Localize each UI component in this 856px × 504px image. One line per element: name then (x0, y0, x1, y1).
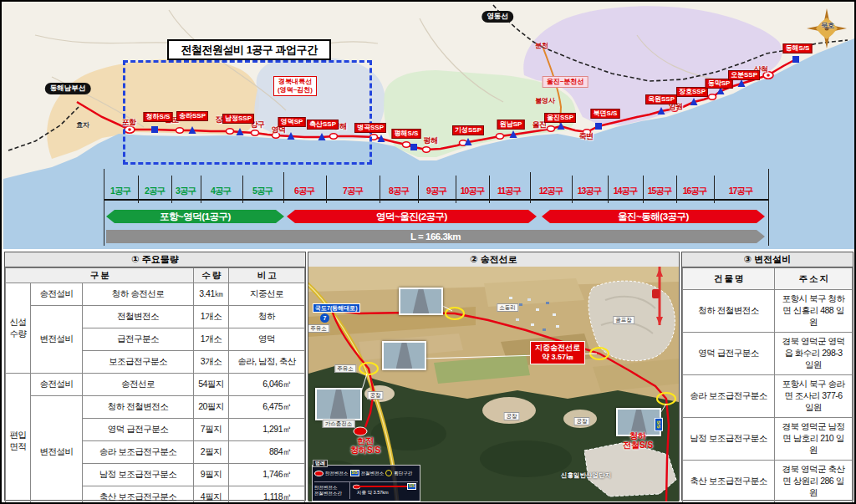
cell-address: 경북 영덕군 남정면 남호리 210 일원 (775, 418, 853, 461)
station-label: 포항 (122, 117, 136, 128)
rail-ss-label: 청하 전철S/S (623, 431, 653, 450)
cell-item: 급전구분소 (83, 328, 194, 351)
col-address: 주 소 지 (775, 268, 853, 290)
table-row: 신설 수량 송전설비 청하 송전선로 3.41㎞ 지중선로 (6, 283, 305, 306)
table-row: 편입 면적 송전설비 송전선로 54필지 6,046㎡ (6, 374, 305, 396)
legend-row1: 한전변전소 S/S 전철변전소 횡단구간 (314, 470, 418, 476)
place-mukho: 묵호 (821, 21, 834, 30)
facility-badge: 영덕SP (278, 117, 306, 127)
ruler-tick (456, 176, 456, 203)
cell-item: 축산 보조급전구분소 (83, 486, 194, 504)
facility-badge: 평해S/S (392, 129, 421, 139)
cell-qty: 9필지 (194, 464, 229, 486)
ruler-tick (138, 176, 139, 203)
cell-qty: 20필지 (194, 396, 229, 419)
facility-badge: 북면S/S (591, 109, 620, 119)
table-row: 변전설비 전철변전소 1개소 청하 (6, 306, 305, 328)
ruler-tick (714, 176, 715, 203)
section-label: 4공구 (211, 186, 231, 197)
rail-label-buncheon: 울진~분천선 (543, 76, 588, 88)
legend-title: 범례 (313, 460, 328, 467)
section-label: 16공구 (683, 186, 707, 197)
section-label: 12공구 (539, 186, 563, 197)
facility-badge: 송라SSP (176, 111, 208, 121)
legend-item-label: 전철변전소 (361, 471, 385, 476)
facility-badge: 기성SSP (452, 125, 484, 135)
place-hyoja: 효자 (76, 120, 89, 130)
ruler-tick (608, 176, 609, 203)
transmission-panel: ② 송전선로 (308, 252, 680, 501)
factory-label: 공장 (368, 391, 384, 400)
cell-address: 경북 영덕군 축산면 상원리 286 일원 (775, 461, 853, 503)
ruler-tick (572, 176, 573, 203)
table-row: 변전설비 청하 전철변전소 20필지 6,475㎡ (6, 396, 305, 419)
substation-table: 건 물 명 주 소 지 청하 전철변전소 포항시 북구 청하면 신흥리 488 … (682, 267, 853, 503)
ss-badge: S/S (655, 418, 663, 431)
section-label: 11공구 (497, 186, 521, 197)
cell-note: 1,291㎡ (229, 419, 305, 441)
ruler-baseline (104, 199, 769, 201)
rail-label-yeongdong: 영동선 (482, 11, 513, 23)
cell-item: 청하 송전선로 (83, 283, 194, 306)
quantities-table: 구 분 수 량 비 고 신설 수량 송전설비 청하 송전선로 3.41㎞ 지중선… (5, 267, 305, 504)
facility-badge: 청하S/S (144, 112, 173, 122)
cell-item: 남정 보조급전구분소 (83, 464, 194, 486)
cat-send: 송전설비 (31, 283, 83, 306)
place-buncheon: 분천 (535, 41, 548, 50)
section-label: 10공구 (461, 186, 485, 197)
facility-badge: 남정SSP (222, 114, 254, 124)
underground-line-callout: 지중송전선로 약 3.57㎞ (530, 341, 585, 364)
section-label: 13공구 (578, 186, 602, 197)
segment-bar-3: 울진~동해(3공구) (542, 210, 765, 223)
cell-note: 6,475㎡ (229, 396, 305, 419)
bottom-section: ① 주요물량 구 분 수 량 비 고 신설 수량 송전설비 청하 송전선로 3.… (2, 250, 854, 502)
facility-badge: 울진SSP (544, 113, 576, 123)
ruler-tick (171, 176, 172, 203)
group-new: 신설 수량 (6, 283, 31, 374)
substation-panel: ③ 변전설비 건 물 명 주 소 지 청하 전철변전소 포항시 북구 청하면 신… (681, 252, 853, 501)
facility-badge: 장호SSP (676, 87, 708, 97)
legend-line-sample: S/S 지중 약 3.57km (350, 482, 418, 499)
col-building: 건 물 명 (683, 268, 775, 290)
place-bulyeongsa: 불영사 (535, 96, 555, 105)
cell-building: 남정 보조급전구분소 (683, 418, 775, 461)
ruler-tick (201, 176, 201, 203)
cell-address: 경북 영덕군 영덕읍 화수리 298-3 일원 (775, 333, 853, 375)
industrial-label: 신흥일반산업단지 (561, 471, 611, 480)
col-qty: 수 량 (194, 268, 229, 283)
cell-building: 영덕 급전구분소 (683, 333, 775, 375)
cell-qty: 1개소 (194, 328, 229, 351)
cell-building: 송라 보조급전구분소 (683, 375, 775, 418)
table-row: 남정 보조급전구분소 경북 영덕군 남정면 남호리 210 일원 (683, 418, 853, 461)
ruler-tick (380, 176, 380, 203)
section-label: 17공구 (729, 186, 753, 197)
group-area: 편입 면적 (6, 374, 31, 504)
cell-qty: 3.41㎞ (194, 283, 229, 306)
document-page: 전철전원설비 1공구 과업구간 동해남부선 영동선 경북내륙선 (영덕~김천) … (0, 0, 856, 504)
cell-item: 송라 보조급전구분소 (83, 441, 194, 464)
factory-label: 공장 (504, 412, 520, 420)
transmission-title: ② 송전선로 (308, 252, 679, 267)
cell-item: 청하 전철변전소 (83, 396, 194, 419)
cell-qty: 3개소 (194, 351, 229, 374)
table-row: 영덕 급전구분소 경북 영덕군 영덕읍 화수리 298-3 일원 (683, 333, 853, 375)
cell-qty: 1개소 (194, 306, 229, 328)
station-label: 죽변 (579, 131, 594, 142)
section-label: 8공구 (389, 186, 409, 197)
col-gubun: 구 분 (6, 268, 194, 283)
table-row: 송라 보조급전구분소 포항시 북구 송라면 조사리 377-6 일원 (683, 375, 853, 418)
cell-qty: 2필지 (194, 441, 229, 464)
cell-note: 6,046㎡ (229, 374, 305, 396)
factory-label: 공장 (574, 417, 590, 425)
cell-note: 청하 (229, 306, 305, 328)
golf-label: 골프장 (613, 316, 634, 324)
ruler-tick (104, 169, 104, 246)
section-label: 6공구 (294, 186, 314, 197)
table-header-row: 건 물 명 주 소 지 (683, 268, 853, 290)
ruler-tick (676, 176, 677, 203)
cell-note: 1,118㎡ (229, 486, 305, 504)
route7-shield: 7 (320, 313, 329, 323)
section-label: 2공구 (145, 186, 165, 197)
segment-bar-1: 포항~영덕(1공구) (106, 210, 284, 223)
cell-item: 송전선로 (83, 374, 194, 396)
